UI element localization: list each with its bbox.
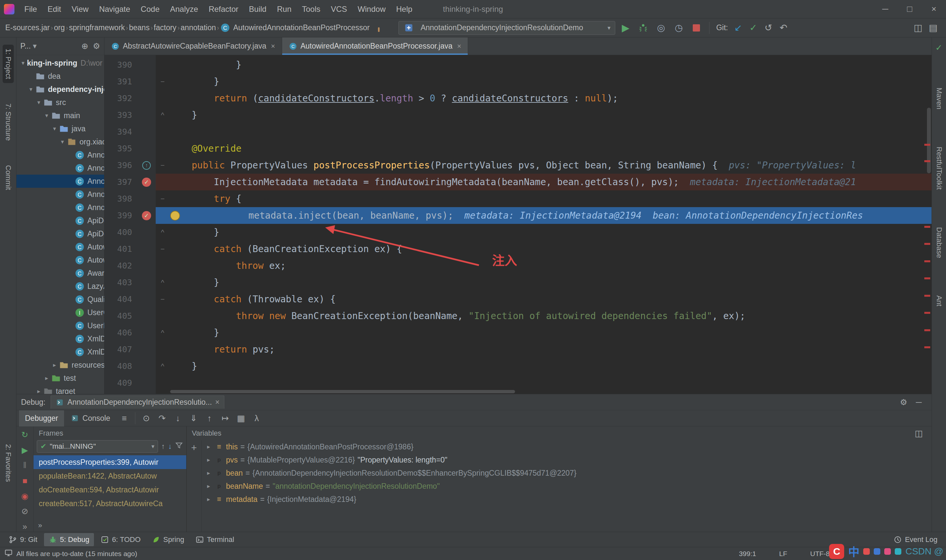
- fold-marker[interactable]: −: [156, 295, 169, 304]
- close-icon[interactable]: ×: [215, 398, 219, 407]
- update-project-icon[interactable]: ↙: [730, 20, 746, 35]
- tree-item[interactable]: CQualifier: [17, 293, 104, 306]
- tree-item[interactable]: ▸resources: [17, 358, 104, 372]
- chevron-down-icon[interactable]: ▾: [43, 112, 51, 119]
- project-view-selector[interactable]: P... ▾: [20, 42, 37, 51]
- debug-session-tab[interactable]: AnnotationDependencyInjectionResolutio..…: [51, 395, 224, 409]
- trace-icon[interactable]: λ: [249, 412, 264, 425]
- code-line[interactable]: 400^ }: [105, 224, 932, 241]
- tree-item[interactable]: ▸target: [17, 385, 104, 394]
- tool-stripe-button-restfultoolkit[interactable]: RestfulToolkit: [934, 143, 945, 194]
- menu-help[interactable]: Help: [391, 5, 418, 14]
- editor-tab[interactable]: CAbstractAutowireCapableBeanFactory.java…: [105, 37, 282, 55]
- close-icon[interactable]: ×: [457, 42, 462, 51]
- menu-build[interactable]: Build: [244, 5, 272, 14]
- tree-item[interactable]: CAutowiri: [17, 240, 104, 254]
- menu-code[interactable]: Code: [135, 5, 165, 14]
- code-line[interactable]: 407 return pvs;: [105, 341, 932, 358]
- menu-file[interactable]: File: [19, 5, 42, 14]
- frame-row[interactable]: doCreateBean:594, AbstractAutowir: [34, 483, 186, 497]
- variable-row[interactable]: ▸≡metadata = {InjectionMetadata@2194}: [202, 493, 932, 506]
- fold-marker[interactable]: −: [156, 77, 169, 86]
- tree-item[interactable]: CAnnotati: [17, 175, 104, 188]
- fold-marker[interactable]: ^: [156, 111, 169, 120]
- tree-item[interactable]: ▸test: [17, 372, 104, 385]
- evaluate-expression-icon[interactable]: ▦: [233, 412, 248, 425]
- horizontal-scrollbar[interactable]: [170, 390, 515, 393]
- step-over-icon[interactable]: ↷: [154, 412, 169, 425]
- settings-icon[interactable]: ⚙: [900, 397, 907, 407]
- tool-stripe-button-database[interactable]: Database: [934, 223, 945, 262]
- tool-stripe-button-1-project[interactable]: 1: Project: [3, 45, 14, 83]
- code-line[interactable]: 404− catch (Throwable ex) {: [105, 291, 932, 308]
- frame-row[interactable]: populateBean:1422, AbstractAutow: [34, 469, 186, 483]
- code-line[interactable]: 408^ }: [105, 358, 932, 375]
- force-step-into-icon[interactable]: ⇓: [186, 412, 201, 425]
- layout-menu-icon[interactable]: ≡: [117, 412, 132, 425]
- tree-item[interactable]: dea: [17, 69, 104, 83]
- breadcrumb-item[interactable]: annotation: [181, 23, 216, 32]
- breadcrumb-item[interactable]: org: [54, 23, 65, 32]
- expand-arrow-icon[interactable]: ▸: [205, 456, 212, 463]
- tool-stripe-button-2-favorites[interactable]: 2: Favorites: [3, 440, 14, 486]
- chevron-down-icon[interactable]: ▾: [19, 59, 27, 67]
- breadcrumb-item[interactable]: AutowiredAnnotationBeanPostProcessor: [233, 23, 370, 32]
- code-line[interactable]: 398− try {: [105, 191, 932, 207]
- debug-button[interactable]: ellipse cx="8" cy="9.5" rx="3.6" ry="4.5…: [636, 20, 651, 35]
- build-hammer-icon[interactable]: rect x="1.5" y="3" width="9" height="4.5…: [372, 20, 387, 35]
- next-frame-icon[interactable]: ↓: [168, 442, 172, 451]
- menu-edit[interactable]: Edit: [42, 5, 66, 14]
- restore-layout-icon[interactable]: ◫: [911, 20, 926, 35]
- breakpoint-icon[interactable]: ✓: [137, 174, 156, 191]
- run-configuration-select[interactable]: AnnotationDependencyInjectionResolutionD…: [398, 21, 615, 35]
- tree-item[interactable]: ▾java: [17, 122, 104, 135]
- tool-window-button-terminal[interactable]: Terminal: [191, 533, 239, 546]
- fold-marker[interactable]: −: [156, 161, 169, 170]
- chevron-right-icon[interactable]: ▸: [51, 362, 59, 369]
- history-icon[interactable]: ↺: [761, 20, 776, 35]
- tool-window-button-9-git[interactable]: 9: Git: [4, 533, 42, 546]
- coverage-button[interactable]: ◎: [653, 20, 669, 35]
- close-button[interactable]: ×: [922, 0, 946, 18]
- hide-icon[interactable]: ─: [916, 397, 922, 407]
- menu-view[interactable]: View: [66, 5, 94, 14]
- tree-item[interactable]: CAutowiri: [17, 254, 104, 266]
- code-line[interactable]: 397✓ InjectionMetadata metadata = findAu…: [105, 174, 932, 191]
- frame-row[interactable]: createBean:517, AbstractAutowireCa: [34, 497, 186, 511]
- tree-item[interactable]: CAwareInt: [17, 266, 104, 280]
- stop-icon[interactable]: ■: [19, 475, 31, 486]
- tree-item[interactable]: ▾dependency-injection: [17, 83, 104, 96]
- code-line[interactable]: 391− }: [105, 73, 932, 90]
- variable-row[interactable]: ▸pbeanName = "annotationDependencyInject…: [202, 480, 932, 493]
- breadcrumb-item[interactable]: factory: [154, 23, 176, 32]
- fold-marker[interactable]: ^: [156, 278, 169, 287]
- editor-tab[interactable]: CAutowiredAnnotationBeanPostProcessor.ja…: [282, 37, 468, 55]
- tab-debugger[interactable]: Debugger: [19, 410, 64, 426]
- hide-windows-icon[interactable]: ▤: [926, 20, 941, 35]
- tool-stripe-button-commit[interactable]: Commit: [3, 161, 14, 194]
- breadcrumb-item[interactable]: springframework: [69, 23, 125, 32]
- tool-stripe-button-7-structure[interactable]: 7: Structure: [3, 100, 14, 145]
- override-method-icon[interactable]: ↑: [137, 157, 156, 174]
- editor[interactable]: 390 }391− }392 return (candidateConstruc…: [105, 55, 932, 394]
- chevron-down-icon[interactable]: ▾: [59, 138, 66, 145]
- code-line[interactable]: 394: [105, 123, 932, 140]
- breadcrumb-item[interactable]: E-sources.jar: [5, 23, 49, 32]
- fold-marker[interactable]: −: [156, 245, 169, 254]
- tree-item[interactable]: CApiDepe: [17, 214, 104, 227]
- code-line[interactable]: 390 }: [105, 57, 932, 73]
- menu-tools[interactable]: Tools: [297, 5, 325, 14]
- tree-item[interactable]: CXmlDepe: [17, 345, 104, 358]
- tree-item[interactable]: CAnnotati: [17, 188, 104, 201]
- code-line[interactable]: 395 @Override: [105, 140, 932, 157]
- add-watch-button[interactable]: +: [191, 442, 197, 453]
- frames-overflow[interactable]: »: [34, 519, 186, 532]
- tool-window-button-5-debug[interactable]: 5: Debug: [44, 533, 94, 546]
- fold-marker[interactable]: ^: [156, 228, 169, 237]
- code-line[interactable]: 399✓ metadata.inject(bean, beanName, pvs…: [105, 207, 932, 224]
- tree-item[interactable]: IUserGrou: [17, 306, 104, 319]
- line-separator[interactable]: LF: [779, 550, 787, 558]
- tree-item[interactable]: CApiDepe: [17, 227, 104, 240]
- menu-navigate[interactable]: Navigate: [94, 5, 136, 14]
- rerun-icon[interactable]: ↻: [19, 430, 31, 440]
